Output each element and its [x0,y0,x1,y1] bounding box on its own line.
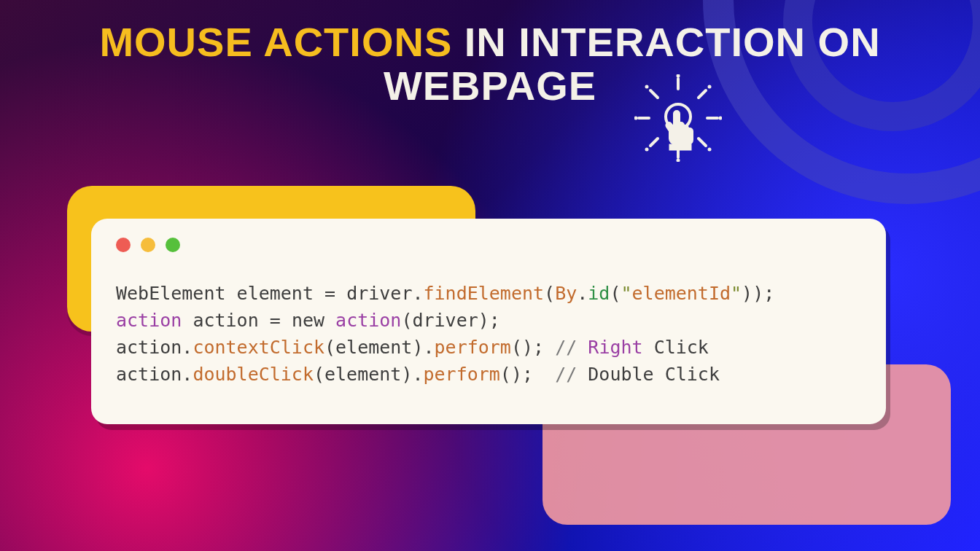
tok-paren: ) [478,310,489,331]
tok-semi: ; [522,364,533,385]
tok-semi: ; [763,283,774,304]
svg-point-8 [677,74,680,78]
tok-paren: ( [610,283,621,304]
code-window: WebElement element = driver.findElement(… [91,219,886,424]
svg-line-4 [650,90,658,98]
tok-arg: element [335,337,412,358]
tok-paren: ) [401,364,412,385]
tok-driver: driver [346,283,412,304]
svg-point-15 [708,148,712,152]
tok-action-ctor: action [335,310,401,331]
tok-perform: perform [424,364,500,385]
tok-paren: ) [752,283,763,304]
tok-eq: = [324,283,335,304]
traffic-dot-green-icon [166,238,180,252]
svg-point-11 [719,117,723,120]
tok-paren: ) [742,283,752,304]
tok-doubleClick: doubleClick [192,364,314,385]
tok-dot: . [423,337,434,358]
tok-paren: ) [522,337,533,358]
tok-perform: perform [435,337,511,358]
tok-var: element [237,283,314,304]
tok-new: new [292,310,324,331]
tok-gap [544,337,555,358]
svg-rect-17 [669,144,691,150]
svg-point-12 [645,85,649,89]
tok-id: id [588,283,610,304]
tok-action-kw: action [116,310,182,331]
tok-obj: action [116,364,182,385]
svg-line-5 [699,90,706,98]
tok-quote: " [731,283,742,304]
tok-type: WebElement [116,283,226,304]
tok-comment-rest: Click [643,337,709,358]
svg-line-7 [699,138,706,146]
tok-obj: action [116,337,182,358]
traffic-dot-yellow-icon [141,238,155,252]
svg-line-6 [650,138,658,146]
tok-comment-right: Right [588,337,642,358]
tok-paren: ( [324,337,335,358]
title-accent: MOUSE ACTIONS [99,19,452,65]
svg-point-9 [677,159,680,163]
tap-click-icon [634,74,722,162]
tok-comment-rest: Double Click [577,364,720,385]
tok-eq: = [270,310,281,331]
tok-dot: . [182,337,192,358]
tok-comment-slash: // [555,364,577,385]
svg-point-14 [645,148,649,152]
tok-arg: element [324,364,401,385]
tok-dot: . [412,283,423,304]
tok-semi: ; [489,310,500,331]
tok-dot: . [182,364,192,385]
tok-var: action [192,310,258,331]
tok-string: elementId [632,283,731,304]
tok-paren: ( [500,364,511,385]
code-block: WebElement element = driver.findElement(… [116,280,861,388]
tok-contextClick: contextClick [192,337,324,358]
tok-paren: ( [314,364,324,385]
page-title: MOUSE ACTIONS IN INTERACTION ON WEBPAGE [0,20,980,109]
tok-comment-slash: // [555,337,577,358]
tok-gap [533,364,555,385]
svg-point-13 [708,85,712,89]
tok-paren: ( [401,310,412,331]
tok-paren: ( [511,337,522,358]
svg-point-10 [634,117,638,120]
window-traffic-lights [116,238,861,252]
tok-findElement: findElement [424,283,545,304]
tok-semi: ; [533,337,544,358]
tok-dot: . [577,283,588,304]
title-line2: WEBPAGE [384,63,596,109]
tok-By: By [555,283,577,304]
tok-space [577,337,588,358]
tok-arg: driver [412,310,478,331]
tok-paren: ( [544,283,555,304]
traffic-dot-red-icon [116,238,131,252]
tok-paren: ) [511,364,522,385]
title-rest-1: IN INTERACTION ON [452,19,880,65]
tok-quote: " [621,283,631,304]
tok-dot: . [412,364,423,385]
tok-paren: ) [412,337,423,358]
